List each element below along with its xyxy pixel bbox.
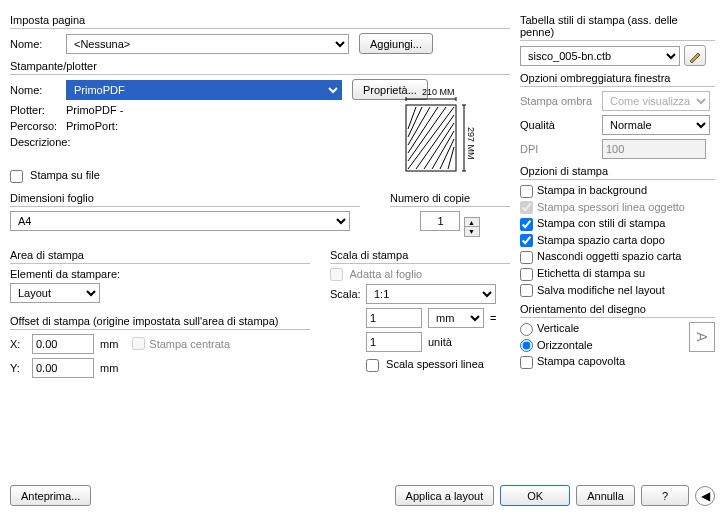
- scale-label: Scala:: [330, 288, 366, 300]
- opt-save-layout-label: Salva modifiche nel layout: [537, 284, 665, 296]
- opt-paperspace-after-label: Stampa spazio carta dopo: [537, 234, 665, 246]
- opt-plot-styles-label: Stampa con stili di stampa: [537, 217, 665, 229]
- orient-landscape-label: Orizzontale: [537, 339, 593, 351]
- section-ombreggiatura: Opzioni ombreggiatura finestra: [520, 72, 715, 87]
- x-unit: mm: [100, 338, 118, 350]
- dpi-input: [602, 139, 706, 159]
- cancel-button[interactable]: Annulla: [576, 485, 635, 506]
- svg-line-4: [408, 107, 454, 169]
- section-foglio: Dimensioni foglio: [10, 192, 360, 207]
- fit-to-paper-checkbox: [330, 268, 343, 281]
- upside-down-checkbox[interactable]: [520, 356, 533, 369]
- equals-label: =: [490, 312, 496, 324]
- opt-hide-paperspace-label: Nascondi oggetti spazio carta: [537, 250, 681, 262]
- section-opzioni: Opzioni di stampa: [520, 165, 715, 180]
- dpi-label: DPI: [520, 143, 602, 155]
- scale-lineweights-label: Scala spessori linea: [386, 358, 484, 370]
- plot-style-select[interactable]: sisco_005-bn.ctb: [520, 46, 680, 66]
- orientation-preview: A: [689, 322, 715, 352]
- printer-select[interactable]: PrimoPDF: [66, 80, 342, 100]
- y-label: Y:: [10, 362, 32, 374]
- collapse-button[interactable]: ◀: [695, 486, 715, 506]
- percorso-value: PrimoPort:: [66, 120, 118, 132]
- svg-line-6: [408, 107, 438, 153]
- opt-paperspace-after-checkbox[interactable]: [520, 234, 533, 247]
- preview-button[interactable]: Anteprima...: [10, 485, 91, 506]
- copies-stepper[interactable]: ▲▼: [464, 217, 480, 237]
- descrizione-label: Descrizione:: [10, 136, 66, 148]
- center-plot-checkbox: [132, 337, 145, 350]
- opt-lineweights-label: Stampa spessori linea oggetto: [537, 201, 685, 213]
- plotter-label: Plotter:: [10, 104, 66, 116]
- opt-background-checkbox[interactable]: [520, 185, 533, 198]
- ok-button[interactable]: OK: [500, 485, 570, 506]
- copies-label: Numero di copie: [390, 192, 510, 207]
- elements-select[interactable]: Layout: [10, 283, 100, 303]
- svg-line-9: [408, 107, 416, 129]
- edit-plot-style-button[interactable]: [684, 45, 706, 66]
- y-unit: mm: [100, 362, 118, 374]
- opt-plot-styles-checkbox[interactable]: [520, 218, 533, 231]
- plotter-value: PrimoPDF -: [66, 104, 123, 116]
- elements-label: Elementi da stampare:: [10, 268, 310, 280]
- opt-lineweights-checkbox: [520, 201, 533, 214]
- opt-stamp-on-checkbox[interactable]: [520, 268, 533, 281]
- center-plot-label: Stampa centrata: [149, 338, 230, 350]
- x-input[interactable]: [32, 334, 94, 354]
- paper-preview: 210 MM 297 MM: [386, 85, 486, 180]
- opt-stamp-on-label: Etichetta di stampa su: [537, 267, 645, 279]
- section-tabella-stili: Tabella stili di stampa (ass. delle penn…: [520, 14, 715, 41]
- scale-num2-input[interactable]: [366, 332, 422, 352]
- section-stampante: Stampante/plotter: [10, 60, 510, 75]
- copies-input[interactable]: [420, 211, 460, 231]
- page-setup-name-select[interactable]: <Nessuna>: [66, 34, 349, 54]
- section-area: Area di stampa: [10, 249, 310, 264]
- fit-to-paper-label: Adatta al foglio: [349, 268, 422, 280]
- stampa-su-file-checkbox[interactable]: [10, 170, 23, 183]
- section-offset: Offset di stampa (origine impostata sull…: [10, 315, 310, 330]
- upside-down-label: Stampa capovolta: [537, 355, 625, 367]
- orient-landscape-radio[interactable]: [520, 339, 533, 352]
- opt-background-label: Stampa in background: [537, 184, 647, 196]
- add-button[interactable]: Aggiungi...: [359, 33, 433, 54]
- preview-width-label: 210 MM: [422, 87, 455, 97]
- paper-size-select[interactable]: A4: [10, 211, 350, 231]
- scale-num1-input[interactable]: [366, 308, 422, 328]
- x-label: X:: [10, 338, 32, 350]
- scale-lineweights-checkbox[interactable]: [366, 359, 379, 372]
- apply-to-layout-button[interactable]: Applica a layout: [395, 485, 495, 506]
- section-scala: Scala di stampa: [330, 249, 510, 264]
- quality-select[interactable]: Normale: [602, 115, 710, 135]
- section-orientamento: Orientamento del disegno: [520, 303, 715, 318]
- pen-icon: [688, 49, 702, 63]
- section-imposta-pagina: Imposta pagina: [10, 14, 510, 29]
- orient-portrait-radio[interactable]: [520, 323, 533, 336]
- orient-portrait-label: Verticale: [537, 322, 579, 334]
- help-button[interactable]: ?: [641, 485, 689, 506]
- quality-label: Qualità: [520, 119, 602, 131]
- y-input[interactable]: [32, 358, 94, 378]
- nome-label: Nome:: [10, 38, 66, 50]
- printer-name-label: Nome:: [10, 84, 66, 96]
- shade-plot-select: Come visualizzata: [602, 91, 710, 111]
- stampa-ombra-label: Stampa ombra: [520, 95, 602, 107]
- opt-hide-paperspace-checkbox[interactable]: [520, 251, 533, 264]
- stampa-su-file-label: Stampa su file: [30, 169, 100, 181]
- preview-height-label: 297 MM: [466, 127, 476, 160]
- percorso-label: Percorso:: [10, 120, 66, 132]
- scale-unit-select[interactable]: mm: [428, 308, 484, 328]
- opt-save-layout-checkbox[interactable]: [520, 284, 533, 297]
- scale-select[interactable]: 1:1: [366, 284, 496, 304]
- unit2-label: unità: [428, 336, 452, 348]
